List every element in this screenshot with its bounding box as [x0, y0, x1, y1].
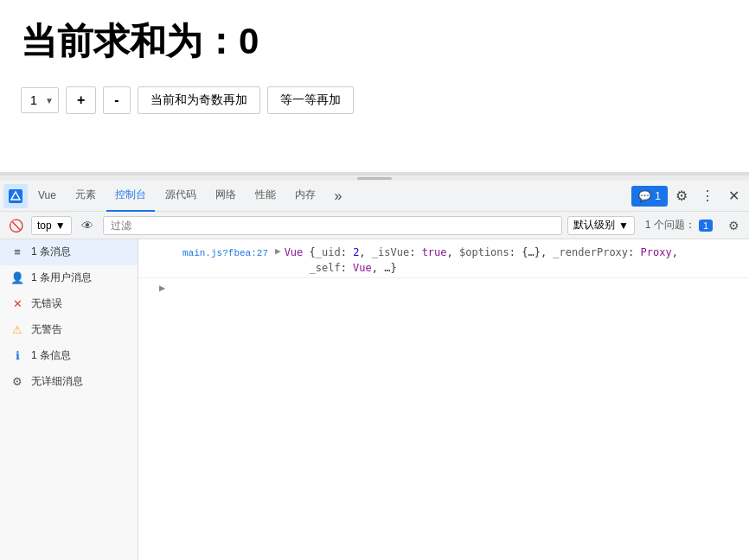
- clear-console-button[interactable]: 🚫: [5, 215, 26, 236]
- info-icon: ℹ: [10, 349, 24, 363]
- expand-arrow[interactable]: ▶: [275, 245, 281, 259]
- ban-icon: 🚫: [9, 219, 23, 232]
- eye-icon: 👁: [81, 219, 93, 232]
- devtools-vue-panel-icon[interactable]: [3, 184, 28, 208]
- sidebar-item-user-messages[interactable]: 👤 1 条用户消息: [0, 265, 138, 291]
- level-arrow-icon: ▼: [618, 220, 629, 232]
- sidebar-item-verbose[interactable]: ⚙ 无详细消息: [0, 369, 138, 395]
- message-count: 1: [655, 190, 661, 202]
- settings-button[interactable]: ⚙: [669, 184, 694, 208]
- level-selector[interactable]: 默认级别 ▼: [567, 216, 635, 235]
- plus-button[interactable]: +: [66, 86, 96, 114]
- console-toolbar: 🚫 top ▼ 👁 默认级别 ▼ 1 个问题： 1 ⚙: [0, 212, 749, 239]
- message-icon: 💬: [638, 190, 651, 202]
- sidebar-label-errors: 无错误: [31, 296, 62, 311]
- close-devtools-button[interactable]: ✕: [721, 184, 746, 208]
- sidebar-item-all-messages[interactable]: ≡ 1 条消息: [0, 239, 138, 265]
- add-odd-button[interactable]: 当前和为奇数再加: [138, 86, 260, 114]
- tab-console[interactable]: 控制台: [106, 181, 155, 212]
- close-icon: ✕: [728, 188, 739, 204]
- more-options-button[interactable]: ⋮: [695, 184, 720, 208]
- warning-icon: ⚠: [10, 323, 24, 337]
- console-log-line: main.js?fbea:27 ▶ Vue {_uid: 2, _isVue: …: [138, 243, 749, 278]
- minus-button[interactable]: -: [103, 86, 130, 114]
- sidebar-label-info: 1 条信息: [31, 348, 71, 363]
- context-selector[interactable]: top ▼: [31, 216, 72, 235]
- empty-expand-arrow[interactable]: ▶: [159, 283, 165, 295]
- settings-icon: ⚙: [675, 188, 688, 204]
- devtools-panel: Vue 元素 控制台 源代码 网络 性能 内存 » 💬 1 ⚙ ⋮ ✕ 🚫 to…: [0, 173, 749, 560]
- log-source[interactable]: main.js?fbea:27: [145, 245, 275, 261]
- num-select[interactable]: 1 2 3 4 5: [21, 87, 59, 113]
- sidebar-item-info[interactable]: ℹ 1 条信息: [0, 343, 138, 369]
- filter-input[interactable]: [103, 216, 562, 235]
- more-options-icon: ⋮: [701, 188, 714, 204]
- issues-badge: 1: [699, 220, 713, 232]
- sidebar-item-warnings[interactable]: ⚠ 无警告: [0, 317, 138, 343]
- issues-label: 1 个问题：: [645, 218, 695, 232]
- app-area: 当前求和为：0 1 2 3 4 5 ▼ + - 当前和为奇数再加 等一等再加: [0, 0, 749, 173]
- tab-performance[interactable]: 性能: [246, 181, 285, 212]
- level-label: 默认级别: [573, 218, 615, 232]
- tab-network[interactable]: 网络: [207, 181, 245, 212]
- eye-button[interactable]: 👁: [77, 215, 98, 236]
- more-tabs-button[interactable]: »: [326, 184, 350, 208]
- devtools-toolbar: Vue 元素 控制台 源代码 网络 性能 内存 » 💬 1 ⚙ ⋮ ✕: [0, 181, 749, 212]
- sum-value: 0: [239, 21, 259, 61]
- controls-bar: 1 2 3 4 5 ▼ + - 当前和为奇数再加 等一等再加: [21, 86, 728, 114]
- message-badge-button[interactable]: 💬 1: [631, 186, 668, 207]
- verbose-icon: ⚙: [10, 375, 24, 389]
- user-icon: 👤: [10, 271, 24, 285]
- issues-button[interactable]: 1 个问题： 1: [640, 216, 718, 234]
- sidebar-label-user: 1 条用户消息: [31, 270, 92, 285]
- console-output: main.js?fbea:27 ▶ Vue {_uid: 2, _isVue: …: [138, 239, 749, 560]
- tab-memory[interactable]: 内存: [286, 181, 324, 212]
- num-select-wrapper: 1 2 3 4 5 ▼: [21, 87, 59, 113]
- console-body: ≡ 1 条消息 👤 1 条用户消息 ✕ 无错误 ⚠ 无警告 ℹ 1 条信息 ⚙ …: [0, 239, 749, 560]
- sum-display: 当前求和为：0: [21, 17, 728, 66]
- list-icon: ≡: [10, 245, 24, 259]
- sidebar-item-errors[interactable]: ✕ 无错误: [0, 291, 138, 317]
- sidebar-label-warnings: 无警告: [31, 322, 62, 337]
- sidebar-label-all: 1 条消息: [31, 245, 71, 259]
- tab-elements[interactable]: 元素: [67, 181, 105, 212]
- log-content: ▶ Vue {_uid: 2, _isVue: true, $options: …: [275, 245, 742, 276]
- context-arrow-icon: ▼: [55, 220, 66, 232]
- console-settings-icon: ⚙: [728, 219, 739, 232]
- add-later-button[interactable]: 等一等再加: [267, 86, 354, 114]
- error-icon: ✕: [10, 297, 24, 311]
- sum-label: 当前求和为：: [21, 21, 239, 61]
- vue-icon: [9, 189, 22, 203]
- log-text: Vue {_uid: 2, _isVue: true, $options: {……: [285, 245, 678, 276]
- context-label: top: [37, 220, 52, 232]
- more-tabs-icon: »: [334, 188, 342, 204]
- console-empty-expand[interactable]: ▶: [138, 278, 749, 298]
- console-sidebar: ≡ 1 条消息 👤 1 条用户消息 ✕ 无错误 ⚠ 无警告 ℹ 1 条信息 ⚙ …: [0, 239, 138, 560]
- tab-sources[interactable]: 源代码: [157, 181, 205, 212]
- sidebar-label-verbose: 无详细消息: [31, 374, 83, 389]
- console-settings-button[interactable]: ⚙: [723, 215, 744, 236]
- tab-vue[interactable]: Vue: [29, 181, 65, 212]
